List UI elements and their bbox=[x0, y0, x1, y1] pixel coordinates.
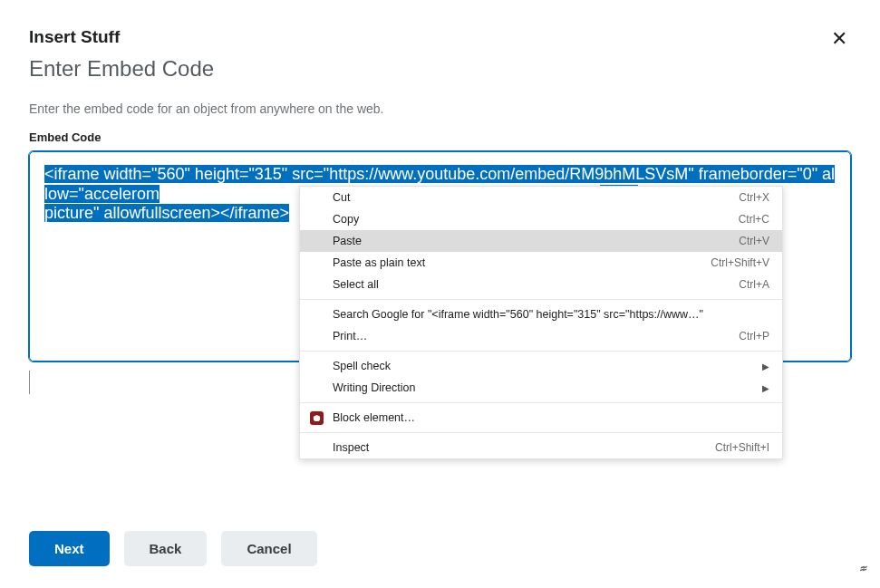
context-menu-shortcut: Ctrl+V bbox=[739, 235, 769, 247]
ublock-icon bbox=[309, 410, 324, 425]
context-menu-item[interactable]: Print…Ctrl+P bbox=[300, 325, 782, 347]
context-menu-label: Inspect bbox=[333, 441, 715, 454]
chevron-right-icon: ▶ bbox=[762, 361, 769, 371]
close-icon: ✕ bbox=[831, 27, 847, 50]
context-menu-separator bbox=[300, 351, 782, 352]
resize-handle-icon[interactable]: ⸗⸗ bbox=[859, 564, 865, 572]
context-menu-shortcut: Ctrl+X bbox=[739, 191, 769, 204]
context-menu-label: Paste as plain text bbox=[333, 256, 711, 269]
selected-text-lastline: picture" allowfullscreen></iframe> bbox=[44, 204, 289, 222]
context-menu-separator bbox=[300, 432, 782, 433]
chevron-right-icon: ▶ bbox=[762, 383, 769, 393]
context-menu-item[interactable]: CopyCtrl+C bbox=[300, 208, 782, 230]
context-menu-shortcut: Ctrl+Shift+V bbox=[711, 256, 769, 269]
modal-subtitle: Enter Embed Code bbox=[29, 56, 851, 82]
context-menu-item[interactable]: Select allCtrl+A bbox=[300, 274, 782, 295]
context-menu-shortcut: Ctrl+P bbox=[739, 330, 769, 342]
context-menu-label: Search Google for "<iframe width="560" h… bbox=[333, 308, 769, 321]
context-menu-item[interactable]: Writing Direction▶ bbox=[300, 377, 782, 399]
context-menu-item[interactable]: PasteCtrl+V bbox=[300, 230, 782, 252]
context-menu-label: Cut bbox=[333, 191, 739, 204]
context-menu-item[interactable]: Search Google for "<iframe width="560" h… bbox=[300, 304, 782, 325]
modal-title: Insert Stuff bbox=[29, 27, 120, 47]
context-menu-item[interactable]: InspectCtrl+Shift+I bbox=[300, 437, 782, 458]
context-menu-label: Writing Direction bbox=[333, 381, 762, 394]
context-menu-separator bbox=[300, 299, 782, 300]
modal-header: Insert Stuff ✕ bbox=[29, 27, 851, 56]
context-menu-shortcut: Ctrl+A bbox=[739, 278, 769, 291]
context-menu-item[interactable]: Block element… bbox=[300, 407, 782, 429]
context-menu-shortcut: Ctrl+Shift+I bbox=[715, 441, 769, 454]
next-button[interactable]: Next bbox=[29, 531, 110, 566]
modal-footer: Next Back Cancel bbox=[29, 509, 851, 566]
instruction-text: Enter the embed code for an object from … bbox=[29, 101, 851, 116]
context-menu-label: Paste bbox=[333, 235, 739, 247]
context-menu-item[interactable]: Paste as plain textCtrl+Shift+V bbox=[300, 252, 782, 274]
context-menu[interactable]: CutCtrl+XCopyCtrl+CPasteCtrl+VPaste as p… bbox=[299, 186, 783, 459]
caret-line bbox=[29, 371, 30, 394]
context-menu-label: Block element… bbox=[333, 411, 769, 424]
back-button[interactable]: Back bbox=[124, 531, 208, 566]
context-menu-shortcut: Ctrl+C bbox=[739, 213, 769, 226]
context-menu-label: Select all bbox=[333, 278, 739, 291]
field-label: Embed Code bbox=[29, 130, 851, 144]
cancel-button[interactable]: Cancel bbox=[221, 531, 316, 566]
context-menu-label: Copy bbox=[333, 213, 739, 226]
context-menu-separator bbox=[300, 402, 782, 403]
close-button[interactable]: ✕ bbox=[827, 27, 851, 51]
context-menu-item[interactable]: Spell check▶ bbox=[300, 355, 782, 377]
context-menu-label: Spell check bbox=[333, 360, 762, 372]
context-menu-item[interactable]: CutCtrl+X bbox=[300, 187, 782, 208]
context-menu-label: Print… bbox=[333, 330, 739, 342]
